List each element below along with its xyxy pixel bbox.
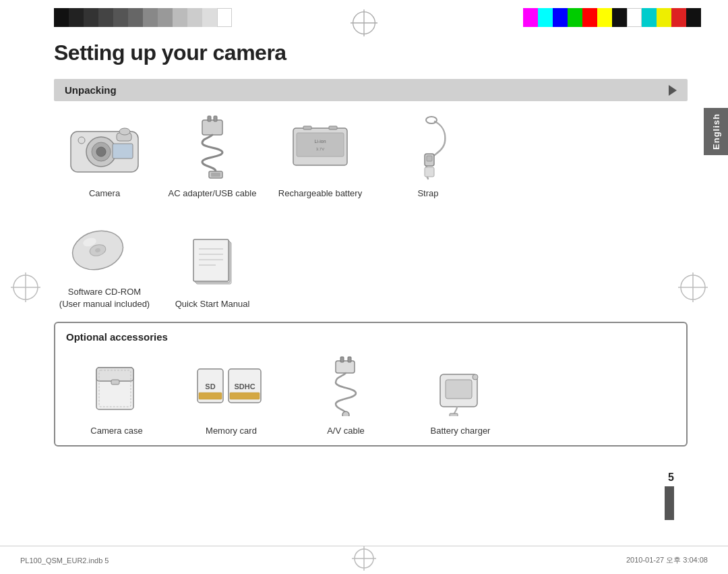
svg-rect-51 bbox=[340, 357, 344, 362]
svg-rect-16 bbox=[214, 116, 217, 121]
svg-point-25 bbox=[426, 117, 437, 123]
battery-charger-label: Battery charger bbox=[431, 425, 491, 437]
language-tab: English bbox=[704, 108, 728, 155]
svg-rect-52 bbox=[348, 357, 351, 362]
av-cable-label: A/V cable bbox=[327, 425, 365, 437]
item-cdrom: Software CD-ROM(User manual included) bbox=[54, 213, 155, 310]
svg-rect-15 bbox=[208, 116, 211, 121]
top-color-bar bbox=[0, 0, 728, 35]
main-content: Setting up your camera Unpacking bbox=[54, 40, 688, 534]
unpacking-items-row1: Camera AC adapter/USB cable bbox=[54, 115, 688, 200]
ac-adapter-label: AC adapter/USB cable bbox=[169, 188, 257, 200]
item-camera: Camera bbox=[54, 115, 155, 200]
camera-case-image bbox=[83, 352, 150, 420]
svg-rect-42 bbox=[111, 380, 119, 384]
battery-charger-image bbox=[420, 352, 501, 420]
item-av-cable: A/V cable bbox=[295, 352, 396, 437]
svg-rect-57 bbox=[450, 413, 458, 416]
cdrom-label: Software CD-ROM(User manual included) bbox=[59, 286, 150, 310]
color-strip-left bbox=[54, 8, 232, 27]
item-ac-adapter: AC adapter/USB cable bbox=[162, 115, 263, 200]
battery-image: Li-ion 3.7V bbox=[283, 115, 357, 182]
page-number: 5 bbox=[665, 471, 674, 484]
svg-rect-14 bbox=[202, 120, 222, 135]
unpacking-header: Unpacking bbox=[54, 79, 688, 101]
svg-rect-41 bbox=[96, 368, 133, 381]
svg-point-56 bbox=[473, 374, 478, 380]
camera-case-label: Camera case bbox=[90, 425, 142, 437]
optional-accessories-box: Optional accessories Camera bbox=[54, 322, 688, 447]
camera-image bbox=[64, 115, 145, 182]
item-camera-case: Camera case bbox=[66, 352, 167, 437]
page-title: Setting up your camera bbox=[54, 40, 688, 65]
item-memory-card: SD SDHC Memory card bbox=[181, 352, 282, 437]
svg-rect-55 bbox=[446, 380, 472, 399]
item-manual: Quick Start Manual bbox=[162, 225, 263, 310]
ac-adapter-image bbox=[172, 115, 253, 182]
svg-point-9 bbox=[96, 147, 106, 156]
battery-label: Rechargeable battery bbox=[278, 188, 362, 200]
svg-rect-22 bbox=[329, 126, 337, 130]
strap-image bbox=[398, 115, 458, 182]
av-cable-image bbox=[312, 352, 380, 420]
svg-text:Li-ion: Li-ion bbox=[314, 139, 326, 144]
optional-title: Optional accessories bbox=[66, 331, 675, 343]
memory-card-label: Memory card bbox=[206, 425, 257, 437]
svg-point-10 bbox=[78, 137, 85, 144]
bottom-bar: PL100_QSM_EUR2.indb 5 2010-01-27 오후 3:04… bbox=[0, 546, 728, 574]
svg-text:SDHC: SDHC bbox=[234, 382, 255, 391]
svg-rect-21 bbox=[303, 126, 311, 130]
svg-rect-49 bbox=[230, 393, 260, 399]
svg-rect-18 bbox=[211, 173, 220, 177]
optional-items: Camera case SD SDHC bbox=[66, 352, 675, 437]
svg-text:3.7V: 3.7V bbox=[316, 147, 324, 151]
svg-point-12 bbox=[119, 128, 130, 135]
camera-label: Camera bbox=[89, 188, 120, 200]
unpacking-items-row2: Software CD-ROM(User manual included) Qu… bbox=[54, 213, 688, 310]
svg-rect-35 bbox=[193, 239, 229, 281]
svg-rect-27 bbox=[427, 156, 432, 161]
svg-rect-28 bbox=[425, 167, 434, 177]
crosshair-right-icon bbox=[678, 272, 708, 302]
manual-image bbox=[179, 225, 246, 293]
svg-point-53 bbox=[342, 411, 349, 416]
strap-label: Strap bbox=[417, 188, 438, 200]
svg-rect-50 bbox=[336, 361, 355, 373]
svg-text:SD: SD bbox=[205, 382, 215, 391]
memory-card-image: SD SDHC bbox=[191, 352, 272, 420]
arrow-right-icon bbox=[669, 85, 677, 96]
crosshair-bottom-icon bbox=[352, 546, 376, 571]
svg-rect-20 bbox=[297, 133, 344, 156]
date-info: 2010-01-27 오후 3:04:08 bbox=[626, 555, 708, 565]
page-indicator-bar bbox=[665, 486, 674, 520]
item-strap: Strap bbox=[377, 115, 479, 200]
svg-rect-13 bbox=[113, 144, 133, 159]
cdrom-image bbox=[64, 213, 145, 281]
svg-rect-46 bbox=[199, 393, 222, 399]
crosshair-top-icon bbox=[351, 9, 377, 36]
unpacking-title: Unpacking bbox=[65, 84, 117, 96]
item-battery: Li-ion 3.7V Rechargeable battery bbox=[270, 115, 371, 200]
file-info: PL100_QSM_EUR2.indb 5 bbox=[20, 556, 109, 565]
language-tab-label: English bbox=[711, 113, 721, 150]
manual-label: Quick Start Manual bbox=[175, 298, 250, 310]
crosshair-left-icon bbox=[11, 272, 40, 302]
page-number-area: 5 bbox=[665, 471, 674, 520]
item-battery-charger: Battery charger bbox=[410, 352, 511, 437]
color-strip-right bbox=[523, 8, 701, 27]
